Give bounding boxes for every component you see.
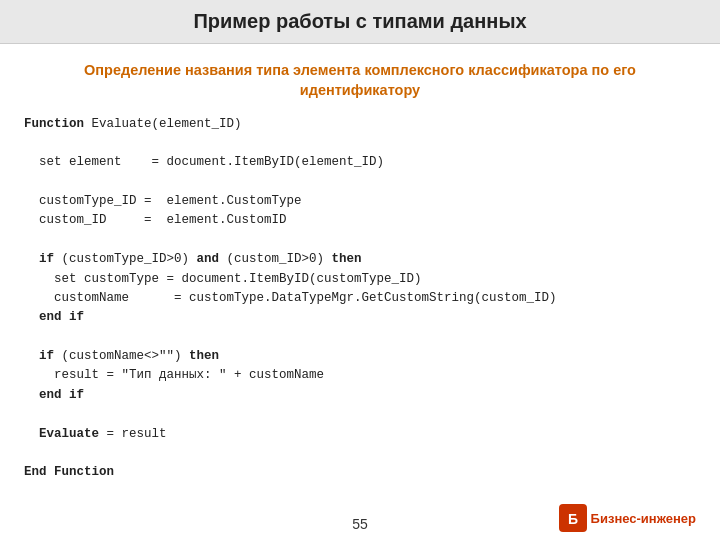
title-bar: Пример работы с типами данных — [0, 0, 720, 44]
keyword-if1: if — [39, 252, 54, 266]
brand-area: Б Бизнес-инженер — [559, 504, 696, 532]
code-function-name: Evaluate(element_ID) — [92, 117, 242, 131]
content-area: Определение названия типа элемента компл… — [0, 44, 720, 510]
page-title: Пример работы с типами данных — [193, 10, 526, 32]
keyword-function: Function — [24, 117, 84, 131]
brand-name: Бизнес-инженер — [591, 511, 696, 526]
page: Пример работы с типами данных Определени… — [0, 0, 720, 540]
keyword-and: and — [197, 252, 220, 266]
keyword-if2: if — [39, 349, 54, 363]
brand-icon: Б — [559, 504, 587, 532]
keyword-then2: then — [189, 349, 219, 363]
code-block: Function Evaluate(element_ID) set elemen… — [24, 115, 696, 500]
keyword-end-function: End Function — [24, 465, 114, 479]
footer: 55 Б Бизнес-инженер — [0, 510, 720, 540]
keyword-then1: then — [332, 252, 362, 266]
svg-text:Б: Б — [568, 511, 578, 527]
keyword-evaluate: Evaluate — [39, 427, 99, 441]
keyword-endif1: end if — [39, 310, 84, 324]
page-number: 55 — [352, 516, 368, 532]
subtitle: Определение названия типа элемента компл… — [24, 60, 696, 101]
keyword-endif2: end if — [39, 388, 84, 402]
